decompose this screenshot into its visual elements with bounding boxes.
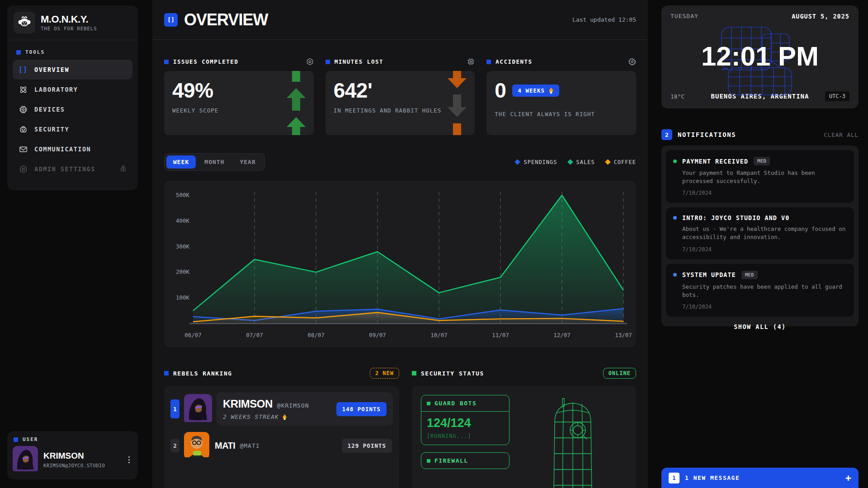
clock-time: 12:01 PM xyxy=(661,41,859,72)
svg-text:300K: 300K xyxy=(176,243,190,250)
user-panel: USER KRIMSON KRIMSON@JOYCO.STUDIO xyxy=(7,431,138,479)
mail-icon xyxy=(18,145,28,154)
sidebar-item-laboratory[interactable]: LABORATORY xyxy=(13,80,132,99)
new-count-badge: 2 NEW xyxy=(370,368,399,379)
stat-minutes-lost: MINUTES LOST 642' IN MEETINGS AND RABBIT… xyxy=(326,58,475,135)
last-updated-text: Last updated 12:05 xyxy=(572,16,636,23)
svg-text:08/07: 08/07 xyxy=(307,332,325,338)
trend-up-arrows-icon xyxy=(287,71,306,135)
svg-text:13/07: 13/07 xyxy=(615,332,632,338)
area-chart-panel: 100K200K300K400K500K06/0707/0708/0709/07… xyxy=(164,181,636,347)
new-message-bar[interactable]: 1 1 NEW MESSAGE + xyxy=(661,468,859,488)
tab-year[interactable]: YEAR xyxy=(233,155,262,169)
overview-brackets-icon: [] xyxy=(164,13,178,27)
status-dot xyxy=(673,273,677,277)
notification-item[interactable]: PAYMENT RECEIVED MED Your payment to Ram… xyxy=(666,150,854,203)
blue-square-marker xyxy=(14,437,18,442)
user-avatar xyxy=(13,446,38,473)
notification-count-badge: 2 xyxy=(661,129,672,140)
legend-spendings[interactable]: SPENDINGS xyxy=(515,159,557,165)
app-tagline: THE OS FOR REBELS xyxy=(41,26,97,31)
streak-text: 2 WEEKS STREAK xyxy=(223,413,309,420)
blue-square-marker xyxy=(326,60,330,64)
rank-badge: 2 xyxy=(170,439,179,452)
blue-square-marker xyxy=(486,60,491,64)
svg-text:09/07: 09/07 xyxy=(369,332,386,338)
tab-week[interactable]: WEEK xyxy=(166,155,196,169)
area-chart[interactable]: 100K200K300K400K500K06/0707/0708/0709/07… xyxy=(164,181,636,347)
svg-text:500K: 500K xyxy=(176,192,190,198)
notifications-title: NOTIFICATIONS xyxy=(678,131,736,138)
ranking-row-2[interactable]: 2 xyxy=(170,432,393,459)
chart-range-tabs: WEEK MONTH YEAR xyxy=(164,153,265,171)
svg-text:100K: 100K xyxy=(176,294,190,301)
blue-square-marker xyxy=(164,371,169,375)
svg-text:11/07: 11/07 xyxy=(492,332,509,338)
blue-square-marker xyxy=(164,60,169,64)
message-count-badge: 1 xyxy=(669,473,679,483)
security-status-section: SECURITY STATUS ONLINE GUARD BOTS xyxy=(412,368,636,488)
atom-icon xyxy=(18,85,28,94)
utc-offset-chip: UTC-3 xyxy=(825,91,849,101)
chip-icon xyxy=(18,105,28,114)
app-logo-row: M.O.N.K.Y. THE OS FOR REBELS xyxy=(7,5,138,40)
cog-burst-icon[interactable] xyxy=(628,58,636,66)
priority-badge: MED xyxy=(754,157,770,165)
brackets-icon: [] xyxy=(18,66,28,74)
status-dot xyxy=(673,216,677,220)
chip-icon[interactable] xyxy=(467,58,475,66)
trend-down-arrows-icon xyxy=(448,71,467,135)
sidebar-item-security[interactable]: SECURITY xyxy=(13,119,132,139)
chart-legend: SPENDINGS SALES COFFEE xyxy=(515,159,636,165)
streak-badge: 4 WEEKS xyxy=(512,84,559,97)
svg-text:10/07: 10/07 xyxy=(430,332,448,338)
status-dot xyxy=(673,160,677,163)
legend-coffee[interactable]: COFFEE xyxy=(606,159,636,165)
user-name: KRIMSON xyxy=(43,451,120,461)
green-square-marker xyxy=(427,402,430,405)
sidebar: M.O.N.K.Y. THE OS FOR REBELS TOOLS [] OV… xyxy=(7,5,138,190)
monkey-logo-icon xyxy=(14,12,35,33)
svg-text:200K: 200K xyxy=(176,268,190,275)
tab-month[interactable]: MONTH xyxy=(198,155,231,169)
diamond-icon xyxy=(605,159,611,165)
sidebar-item-overview[interactable]: [] OVERVIEW xyxy=(13,60,132,80)
online-status-badge: ONLINE xyxy=(603,368,636,379)
plus-icon[interactable]: + xyxy=(845,473,851,483)
points-badge: 129 POINTS xyxy=(342,439,392,453)
fire-icon xyxy=(548,87,554,94)
priority-badge: MED xyxy=(741,271,758,279)
nut-icon xyxy=(18,165,28,174)
user-email: KRIMSON@JOYCO.STUDIO xyxy=(43,463,120,468)
lock-icon xyxy=(119,164,127,174)
notification-item[interactable]: SYSTEM UPDATE MED Security patches have … xyxy=(666,264,854,317)
sidebar-item-devices[interactable]: DEVICES xyxy=(13,99,132,119)
ranking-row-1[interactable]: 1 xyxy=(170,392,393,426)
rank-badge: 1 xyxy=(170,399,179,418)
user-section-label: USER xyxy=(13,436,132,442)
notification-item[interactable]: INTRO: JOYCO STUDIO AND V0 About us - We… xyxy=(666,207,854,259)
app-name: M.O.N.K.Y. xyxy=(41,14,97,24)
guard-bots-box: GUARD BOTS 124/124 [RUNNING...] xyxy=(421,395,509,445)
stat-issues-completed: ISSUES COMPLETED 49% WEEKLY SCOPE xyxy=(164,58,314,135)
krimson-avatar xyxy=(184,394,212,424)
notifications-panel: PAYMENT RECEIVED MED Your payment to Ram… xyxy=(661,145,859,326)
svg-text:07/07: 07/07 xyxy=(246,332,263,338)
weekday-label: TUESDAY xyxy=(670,13,698,20)
nut-icon[interactable] xyxy=(306,58,314,66)
sidebar-item-communication[interactable]: COMMUNICATION xyxy=(13,139,132,159)
firewall-box: FIREWALL xyxy=(421,452,509,469)
tools-section-label: TOOLS xyxy=(13,46,132,60)
green-square-marker xyxy=(412,371,416,375)
mati-avatar xyxy=(184,432,209,459)
sidebar-item-admin-settings[interactable]: ADMIN SETTINGS xyxy=(13,159,132,179)
user-menu-kebab-icon[interactable] xyxy=(126,454,132,466)
robot-icon xyxy=(18,125,28,134)
clock-card: TUESDAY AUGUST 5, 2025 12:01 PM 18°C BUE… xyxy=(661,5,859,108)
page-title: OVERVIEW xyxy=(184,10,268,29)
legend-sales[interactable]: SALES xyxy=(568,159,595,165)
clear-all-button[interactable]: CLEAR ALL xyxy=(824,131,859,138)
show-all-button[interactable]: SHOW ALL (4) xyxy=(666,317,854,333)
fire-icon xyxy=(282,414,287,420)
blue-square-marker xyxy=(16,50,21,55)
